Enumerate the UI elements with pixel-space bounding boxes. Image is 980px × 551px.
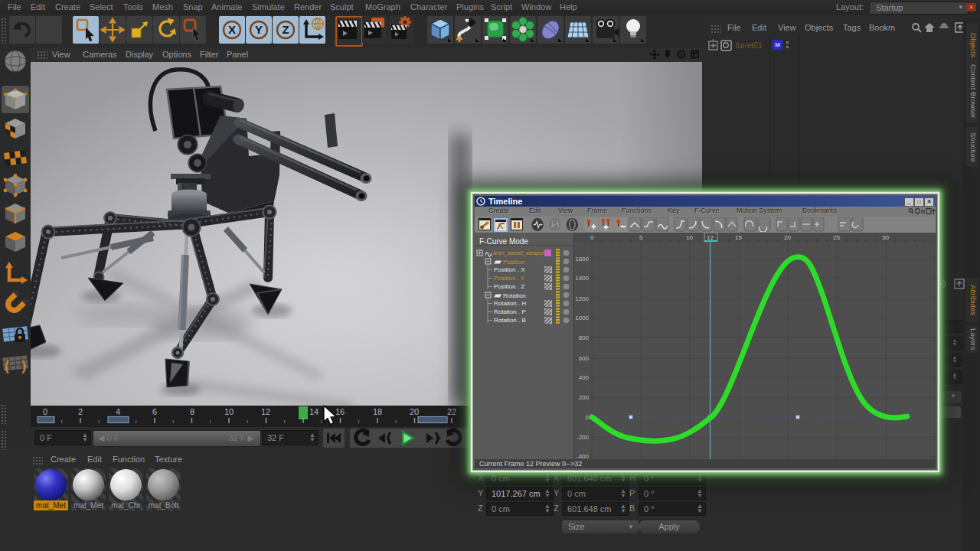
svg-text:22: 22 xyxy=(447,407,456,416)
svg-text:Rotation: Rotation xyxy=(503,292,526,299)
svg-text:Position: Position xyxy=(503,259,524,266)
svg-text:10: 10 xyxy=(686,234,693,241)
svg-text:800: 800 xyxy=(579,334,590,341)
svg-text:10: 10 xyxy=(224,407,234,416)
svg-text:1000: 1000 xyxy=(575,315,589,321)
svg-text:1400: 1400 xyxy=(575,275,589,282)
svg-text:5: 5 xyxy=(639,234,643,241)
svg-text:-400: -400 xyxy=(577,453,590,459)
svg-text:Z: Z xyxy=(282,23,289,36)
svg-text:aren_swivel_weapon01: aren_swivel_weapon01 xyxy=(493,249,551,256)
svg-text:8: 8 xyxy=(190,407,194,416)
svg-text:1200: 1200 xyxy=(575,295,589,302)
svg-text:Rotation . P: Rotation . P xyxy=(494,308,526,315)
svg-text:turret01: turret01 xyxy=(736,41,763,50)
svg-text:2: 2 xyxy=(78,407,83,416)
svg-text:30: 30 xyxy=(882,234,889,241)
svg-text:15: 15 xyxy=(735,234,742,241)
svg-text:20: 20 xyxy=(410,407,419,416)
svg-text:Position . X: Position . X xyxy=(494,266,525,273)
svg-text:25: 25 xyxy=(833,234,840,241)
svg-text:200: 200 xyxy=(579,394,590,401)
svg-text:400: 400 xyxy=(579,374,590,381)
svg-text:Rotation . B: Rotation . B xyxy=(494,317,526,324)
svg-text:( ): ( ) xyxy=(3,359,28,374)
svg-text:-200: -200 xyxy=(577,434,590,441)
svg-text:1600: 1600 xyxy=(575,256,589,262)
svg-text:Rotation . H: Rotation . H xyxy=(494,300,526,307)
svg-text:X: X xyxy=(228,23,236,36)
svg-text:14: 14 xyxy=(309,407,318,416)
svg-text:12: 12 xyxy=(261,407,270,416)
svg-text:Position . Z: Position . Z xyxy=(494,283,524,290)
svg-text:20: 20 xyxy=(784,234,791,241)
svg-text:18: 18 xyxy=(373,407,382,416)
svg-text:6: 6 xyxy=(152,407,157,416)
svg-text:4: 4 xyxy=(116,407,120,416)
svg-text:Position . Y: Position . Y xyxy=(494,275,525,282)
svg-text:600: 600 xyxy=(579,355,590,362)
svg-text:0: 0 xyxy=(590,234,594,241)
svg-text:0: 0 xyxy=(43,407,47,416)
svg-text:12: 12 xyxy=(707,234,714,241)
svg-text:Y: Y xyxy=(255,23,263,36)
